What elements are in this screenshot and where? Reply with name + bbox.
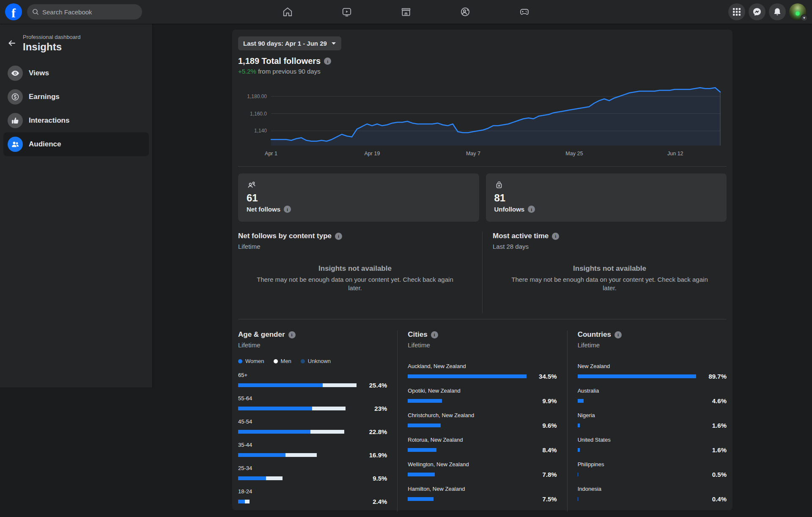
age-band-label: 45-54 xyxy=(238,418,387,425)
date-range-filter[interactable]: Last 90 days: Apr 1 - Jun 29 xyxy=(238,36,341,50)
date-range-label: Last 90 days: Apr 1 - Jun 29 xyxy=(243,40,327,47)
bar-fill xyxy=(408,497,433,501)
info-icon[interactable]: i xyxy=(431,331,438,338)
back-button[interactable] xyxy=(7,37,17,50)
home-icon[interactable] xyxy=(281,6,294,18)
city-row-percent: 9.6% xyxy=(531,422,557,429)
unknown-legend-dot xyxy=(301,359,305,363)
info-icon[interactable]: i xyxy=(552,233,559,240)
age-band-percent: 2.4% xyxy=(361,498,387,505)
bar-fill xyxy=(408,399,442,403)
demographics-row: Age & gender i Lifetime Women Men Unknow… xyxy=(238,330,727,512)
section-period: Lifetime xyxy=(578,341,727,349)
age-gender-bars: 65+25.4%55-6423%45-5422.8%35-4416.9%25-3… xyxy=(238,372,387,505)
facebook-insights-page: f xyxy=(0,0,812,517)
svg-text:1,160.0: 1,160.0 xyxy=(250,111,267,117)
insights-sidebar: Professional dashboard Insights Views xyxy=(0,24,152,388)
dollar-icon xyxy=(8,89,23,104)
city-row-percent: 8.4% xyxy=(531,446,557,454)
insight-sections-row: Net follows by content type i Lifetime I… xyxy=(238,232,727,313)
country-row: Nigeria1.6% xyxy=(578,412,727,429)
divider xyxy=(238,166,727,167)
country-row-label: Australia xyxy=(578,388,727,394)
unfollows-card: 81 Unfollows i xyxy=(486,173,727,222)
watch-icon[interactable] xyxy=(340,6,353,18)
age-gender-row: 45-5422.8% xyxy=(238,418,387,435)
page-title: Insights xyxy=(23,41,81,53)
country-row-percent: 89.7% xyxy=(700,373,727,380)
age-gender-row: 55-6423% xyxy=(238,395,387,412)
eye-icon xyxy=(8,66,23,81)
bar-fill xyxy=(578,448,580,452)
men-bar-segment xyxy=(323,383,357,387)
info-icon[interactable]: i xyxy=(528,206,535,213)
net-follows-label: Net follows xyxy=(247,206,280,213)
age-gender-bar xyxy=(238,500,357,503)
search-bar[interactable] xyxy=(27,4,142,19)
info-icon[interactable]: i xyxy=(288,331,296,338)
search-input[interactable] xyxy=(42,8,137,16)
city-row-label: Rotorua, New Zealand xyxy=(408,437,557,443)
account-avatar[interactable]: ▾ xyxy=(789,3,806,20)
info-icon[interactable]: i xyxy=(335,233,342,240)
city-row-label: Opotiki, New Zealand xyxy=(408,388,557,394)
messenger-icon[interactable] xyxy=(749,3,765,20)
audience-insights-panel: Last 90 days: Apr 1 - Jun 29 1,189 Total… xyxy=(232,30,732,510)
menu-grid-icon[interactable] xyxy=(728,3,745,20)
city-row-bar xyxy=(408,473,526,476)
section-period: Lifetime xyxy=(238,341,387,349)
notifications-bell-icon[interactable] xyxy=(769,3,786,20)
country-row-label: New Zealand xyxy=(578,363,727,369)
age-gender-bar xyxy=(238,383,357,387)
country-row: Australia4.6% xyxy=(578,388,727,404)
info-icon[interactable]: i xyxy=(324,58,331,65)
empty-state-title: Insights not available xyxy=(251,264,459,273)
city-row: Auckland, New Zealand34.5% xyxy=(408,363,557,380)
age-gender-bar xyxy=(238,430,357,434)
city-row-percent: 9.9% xyxy=(531,397,557,404)
women-bar-segment xyxy=(238,453,285,457)
city-row: Opotiki, New Zealand9.9% xyxy=(408,388,557,404)
person-x-icon xyxy=(494,180,719,190)
age-gender-bar xyxy=(238,476,357,480)
top-nav-tabs xyxy=(281,0,531,24)
women-bar-segment xyxy=(238,407,312,410)
country-row-percent: 0.4% xyxy=(700,495,727,503)
people-group-icon xyxy=(247,180,471,190)
country-row-percent: 1.6% xyxy=(700,446,727,454)
sidebar-item-interactions[interactable]: Interactions xyxy=(3,109,149,132)
men-bar-segment xyxy=(266,476,283,480)
men-bar-segment xyxy=(312,407,346,410)
city-row-label: Christchurch, New Zealand xyxy=(408,412,557,418)
age-band-label: 35-44 xyxy=(238,442,387,448)
men-legend-dot xyxy=(274,359,278,363)
gaming-icon[interactable] xyxy=(518,6,531,18)
age-gender-row: 25-349.5% xyxy=(238,465,387,482)
section-period: Lifetime xyxy=(238,243,472,250)
bar-fill xyxy=(578,424,580,427)
empty-state-description: There may not be enough data on your con… xyxy=(505,275,714,293)
bar-fill xyxy=(578,399,584,403)
sidebar-item-audience[interactable]: Audience xyxy=(3,132,149,156)
women-legend-dot xyxy=(238,359,242,363)
net-follows-card: 61 Net follows i xyxy=(238,173,479,222)
section-period: Last 28 days xyxy=(493,243,727,250)
city-row-bar xyxy=(408,374,526,378)
section-title: Most active time xyxy=(493,232,549,240)
groups-icon[interactable] xyxy=(459,6,472,18)
age-band-percent: 23% xyxy=(361,405,387,412)
sidebar-item-earnings[interactable]: Earnings xyxy=(3,85,149,109)
men-bar-segment xyxy=(245,500,249,503)
facebook-logo[interactable]: f xyxy=(5,3,22,20)
country-row-label: Nigeria xyxy=(578,412,727,418)
country-row-percent: 0.5% xyxy=(700,471,727,478)
sidebar-item-views[interactable]: Views xyxy=(3,61,149,85)
country-row-label: Indonesia xyxy=(578,486,727,492)
info-icon[interactable]: i xyxy=(614,331,622,338)
city-row-percent: 7.5% xyxy=(531,495,557,503)
age-band-label: 55-64 xyxy=(238,395,387,402)
marketplace-icon[interactable] xyxy=(400,6,412,18)
info-icon[interactable]: i xyxy=(284,206,291,213)
section-title: Countries xyxy=(578,330,611,339)
bar-fill xyxy=(578,374,696,378)
